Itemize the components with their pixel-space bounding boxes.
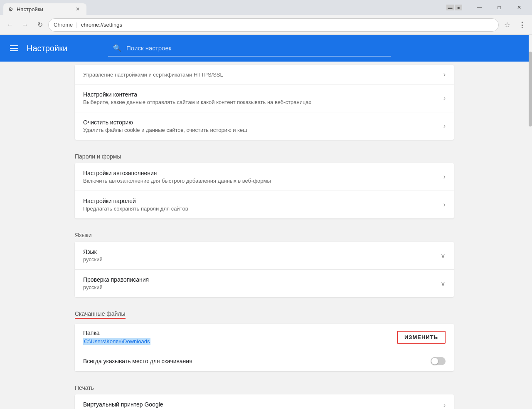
autofill-item[interactable]: Настройки автозаполнения Включить автоза…: [75, 163, 454, 191]
password-settings-title: Настройки паролей: [83, 198, 443, 204]
settings-content: Управление настройками и сертификатами H…: [65, 62, 464, 409]
https-ssl-desc: Управление настройками и сертификатами H…: [83, 72, 223, 78]
clear-history-desc: Удалить файлы cookie и данные сайтов, оч…: [83, 127, 443, 133]
privacy-card: Настройки контента Выберите, какие данны…: [75, 84, 454, 140]
minimize-button[interactable]: —: [470, 2, 489, 13]
address-chrome-label: Chrome: [54, 22, 73, 28]
autofill-text: Настройки автозаполнения Включить автоза…: [83, 170, 443, 184]
autofill-desc: Включить автозаполнение для быстрого доб…: [83, 178, 443, 184]
autofill-arrow-icon: ›: [443, 173, 446, 181]
downloads-section-label: Скачанные файлы: [75, 310, 126, 319]
search-box[interactable]: 🔍 Поиск настроек: [108, 40, 391, 57]
password-settings-item[interactable]: Настройки паролей Предлагать сохранять п…: [75, 191, 454, 218]
folder-info: Папка C:\Users\Колян\Downloads: [83, 330, 150, 345]
spellcheck-item[interactable]: Проверка правописания русский ∨: [75, 270, 454, 297]
language-title: Язык: [83, 248, 441, 255]
scrollbar-thumb[interactable]: [529, 52, 532, 126]
reload-button[interactable]: ↻: [33, 18, 47, 32]
autofill-title: Настройки автозаполнения: [83, 170, 443, 176]
tab-title: Настройки: [17, 6, 43, 12]
tab-favicon: ⚙: [8, 6, 13, 12]
tab-close-button[interactable]: ✕: [74, 5, 81, 13]
language-text: Язык русский: [83, 248, 441, 263]
print-section-label: Печать: [65, 378, 464, 394]
google-print-title: Виртуальный принтер Google: [83, 401, 443, 408]
languages-card: Язык русский ∨ Проверка правописания рус…: [75, 242, 454, 297]
page-content: Настройки 🔍 Поиск настроек Управление на…: [0, 35, 532, 409]
https-ssl-item[interactable]: Управление настройками и сертификатами H…: [75, 65, 454, 84]
print-card: Виртуальный принтер Google ›: [75, 394, 454, 409]
title-bar: ⚙ Настройки ✕ ▬ ■ — □ ✕: [0, 0, 532, 15]
content-settings-arrow-icon: ›: [443, 94, 446, 102]
password-settings-text: Настройки паролей Предлагать сохранять п…: [83, 198, 443, 212]
google-print-arrow-icon: ›: [443, 402, 446, 409]
spellcheck-text: Проверка правописания русский: [83, 276, 441, 290]
settings-header: Настройки 🔍 Поиск настроек: [0, 35, 529, 62]
browser-frame: ⚙ Настройки ✕ ▬ ■ — □ ✕ ← → ↻ Chrome | c…: [0, 0, 532, 409]
https-ssl-arrow-icon: ›: [443, 71, 446, 78]
change-folder-button[interactable]: ИЗМЕНИТЬ: [397, 331, 446, 344]
back-button[interactable]: ←: [3, 18, 17, 32]
language-chevron-icon: ∨: [441, 252, 446, 260]
content-settings-item[interactable]: Настройки контента Выберите, какие данны…: [75, 84, 454, 112]
google-print-text: Виртуальный принтер Google: [83, 401, 443, 409]
taskbar-icon2: ■: [455, 5, 462, 10]
chrome-menu-button[interactable]: ⋮: [515, 18, 529, 32]
settings-title: Настройки: [27, 44, 101, 53]
taskbar-icon: ▬: [446, 5, 454, 10]
always-ask-toggle[interactable]: [431, 357, 446, 365]
search-icon: 🔍: [113, 44, 121, 52]
address-separator: |: [76, 22, 78, 28]
content-settings-title: Настройки контента: [83, 91, 443, 98]
folder-row: Папка C:\Users\Колян\Downloads ИЗМЕНИТЬ: [75, 324, 454, 351]
clear-history-text: Очистить историю Удалить файлы cookie и …: [83, 119, 443, 133]
passwords-section-label: Пароли и формы: [65, 146, 464, 163]
close-button[interactable]: ✕: [510, 2, 529, 13]
scrollbar-track[interactable]: [529, 35, 532, 409]
folder-path: C:\Users\Колян\Downloads: [83, 338, 150, 345]
content-wrapper: Настройки 🔍 Поиск настроек Управление на…: [0, 35, 529, 409]
navigation-bar: ← → ↻ Chrome | chrome://settings ☆ ⋮: [0, 15, 532, 35]
toggle-knob: [431, 358, 438, 364]
always-ask-row: Всегда указывать место для скачивания: [75, 351, 454, 371]
active-tab[interactable]: ⚙ Настройки ✕: [3, 3, 86, 15]
folder-label: Папка: [83, 330, 150, 336]
settings-scroll-area: Управление настройками и сертификатами H…: [0, 62, 529, 409]
spellcheck-value: русский: [83, 284, 441, 290]
forward-button[interactable]: →: [18, 18, 32, 32]
downloads-section-wrapper: Скачанные файлы: [65, 304, 464, 324]
passwords-card: Настройки автозаполнения Включить автоза…: [75, 163, 454, 218]
language-value: русский: [83, 256, 441, 263]
password-settings-arrow-icon: ›: [443, 201, 446, 208]
content-settings-text: Настройки контента Выберите, какие данны…: [83, 91, 443, 105]
address-url: chrome://settings: [81, 22, 122, 28]
clear-history-arrow-icon: ›: [443, 122, 446, 130]
clear-history-item[interactable]: Очистить историю Удалить файлы cookie и …: [75, 112, 454, 140]
hamburger-menu-button[interactable]: [10, 45, 20, 51]
languages-section-label: Языки: [65, 225, 464, 242]
address-bar[interactable]: Chrome | chrome://settings: [48, 18, 499, 32]
spellcheck-title: Проверка правописания: [83, 276, 441, 283]
language-item[interactable]: Язык русский ∨: [75, 242, 454, 270]
password-settings-desc: Предлагать сохранять пароли для сайтов: [83, 206, 443, 212]
search-input[interactable]: Поиск настроек: [126, 45, 171, 52]
clear-history-title: Очистить историю: [83, 119, 443, 126]
downloads-card: Папка C:\Users\Колян\Downloads ИЗМЕНИТЬ …: [75, 324, 454, 371]
bookmark-button[interactable]: ☆: [500, 18, 514, 32]
https-ssl-card: Управление настройками и сертификатами H…: [75, 65, 454, 84]
spellcheck-chevron-icon: ∨: [441, 280, 446, 288]
window-controls: ▬ ■ — □ ✕: [446, 2, 532, 15]
content-settings-desc: Выберите, какие данные отправлять сайтам…: [83, 99, 443, 105]
always-ask-label: Всегда указывать место для скачивания: [83, 358, 192, 364]
google-print-item[interactable]: Виртуальный принтер Google ›: [75, 394, 454, 409]
maximize-button[interactable]: □: [490, 2, 509, 13]
